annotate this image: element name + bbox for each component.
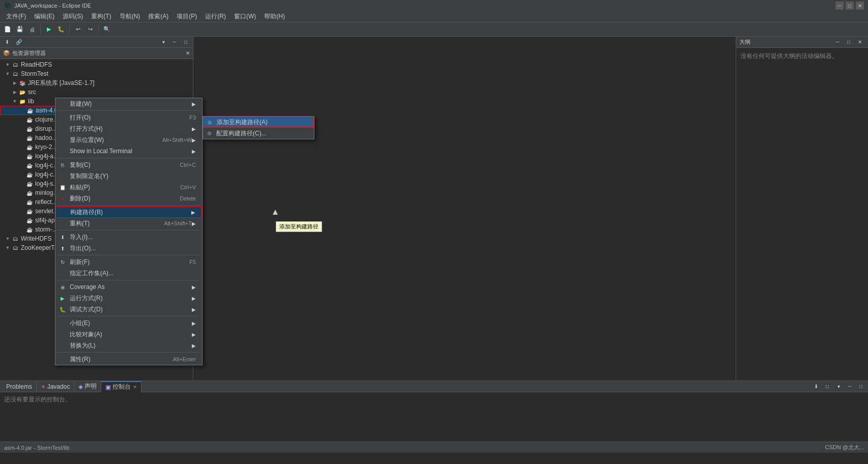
run-button[interactable]: ▶	[43, 24, 54, 35]
panel-maximize-btn[interactable]: □	[181, 38, 191, 47]
ctx-export-label: 导出(O)...	[70, 244, 196, 253]
ctx-copy-qualified[interactable]: 复制限定名(Y)	[55, 170, 202, 182]
status-bar: asm-4.0.jar - StormTest/lib CSDN @北大...	[0, 442, 868, 453]
menu-project[interactable]: 项目(P)	[172, 11, 201, 22]
bottom-maximize-btn[interactable]: □	[856, 382, 866, 391]
panel-minimize-btn[interactable]: ─	[169, 38, 180, 47]
maximize-button[interactable]: □	[846, 2, 854, 10]
menu-file[interactable]: 文件(F)	[2, 11, 30, 22]
ctx-run-arrow: ▶	[192, 296, 196, 301]
ctx-show-location-label: 显示位置(W)	[70, 136, 152, 144]
panel-menu-btn[interactable]: ▾	[158, 38, 168, 47]
close-icon[interactable]: ✕	[186, 50, 190, 56]
menu-run[interactable]: 运行(R)	[201, 11, 230, 22]
menu-edit[interactable]: 编辑(E)	[30, 11, 59, 22]
debug-button[interactable]: 🐛	[55, 24, 67, 35]
jar-icon: ☕	[25, 161, 34, 169]
bottom-right-btn2[interactable]: □	[822, 382, 832, 391]
submenu-add-build-path[interactable]: ⊞ 添加至构建路径(A)	[203, 117, 314, 128]
tab-console[interactable]: ▣ 控制台 ✕	[101, 381, 141, 392]
tab-javadoc-label: Javadoc	[47, 383, 70, 390]
coverage-icon: ◉	[59, 283, 67, 291]
ctx-import[interactable]: ⬇ 导入(I)...	[55, 231, 202, 243]
tab-declaration[interactable]: ◈ 声明	[74, 381, 101, 392]
ctx-refactor[interactable]: 重构(T) Alt+Shift+T ▶	[55, 218, 202, 229]
ctx-sep-8	[57, 352, 200, 353]
collapse-all-btn[interactable]: ⬇	[2, 38, 12, 47]
menu-refactor[interactable]: 重构(T)	[87, 11, 115, 22]
panel-controls: ▾ ─ □	[158, 38, 191, 47]
ctx-export[interactable]: ⬆ 导出(O)...	[55, 243, 202, 254]
bottom-right-btn3[interactable]: ▾	[833, 382, 844, 391]
menu-search[interactable]: 搜索(A)	[144, 11, 172, 22]
bottom-tabs: Problems ⚬ Javadoc ◈ 声明 ▣ 控制台 ✕ ⬇ □ ▾ ─ …	[0, 381, 868, 392]
tree-item-stormtest[interactable]: ▼ StormTest	[0, 69, 193, 78]
ctx-show-terminal-label: Show in Local Terminal	[70, 148, 192, 155]
menu-help[interactable]: 帮助(H)	[260, 11, 289, 22]
tree-item-readhdfs[interactable]: ▼ ReadHDFS	[0, 60, 193, 69]
ctx-coverage[interactable]: ◉ Coverage As ▶	[55, 281, 202, 293]
ctx-open[interactable]: 打开(O) F3	[55, 112, 202, 123]
submenu-config-build-path-label: 配置构建路径(C)...	[216, 129, 309, 138]
outline-content: 没有任何可提供大纲的活动编辑器。	[736, 48, 868, 65]
tab-javadoc[interactable]: ⚬ Javadoc	[37, 381, 75, 392]
new-button[interactable]: 📄	[2, 24, 13, 35]
ctx-run[interactable]: ▶ 运行方式(R) ▶	[55, 293, 202, 304]
ctx-replace[interactable]: 替换为(L) ▶	[55, 340, 202, 351]
bottom-minimize-btn[interactable]: ─	[845, 382, 855, 391]
tree-label: ReadHDFS	[21, 61, 52, 68]
toolbar-btn-4[interactable]: ↪	[84, 24, 96, 35]
ctx-refactor-arrow: ▶	[192, 221, 196, 226]
toolbar-btn-3[interactable]: ↩	[72, 24, 83, 35]
ctx-working-set[interactable]: 指定工作集(A)...	[55, 268, 202, 279]
jar-icon: ☕	[25, 216, 34, 224]
tree-label: StormTest	[21, 70, 48, 77]
console-close-btn[interactable]: ✕	[133, 384, 137, 390]
menu-navigate[interactable]: 导航(N)	[115, 11, 144, 22]
ctx-open-label: 打开(O)	[70, 113, 179, 122]
link-editor-btn[interactable]: 🔗	[14, 38, 24, 47]
print-button[interactable]: 🖨	[26, 24, 38, 35]
ctx-compare[interactable]: 比较对象(A) ▶	[55, 329, 202, 340]
ctx-new[interactable]: 新建(W) ▶	[55, 98, 202, 109]
ctx-sep-1	[57, 110, 200, 111]
menu-source[interactable]: 源码(S)	[59, 11, 87, 22]
tree-item-jre[interactable]: ▶ 📚 JRE系统库 [JavaSE-1.7]	[0, 78, 193, 88]
ctx-delete[interactable]: ✕ 删除(D) Delete	[55, 193, 202, 204]
ctx-copy[interactable]: ⎘ 复制(C) Ctrl+C	[55, 159, 202, 170]
save-button[interactable]: 💾	[14, 24, 25, 35]
ctx-debug[interactable]: 🐛 调试方式(D) ▶	[55, 304, 202, 315]
ctx-sep-6	[57, 280, 200, 280]
ctx-paste[interactable]: 📋 粘贴(P) Ctrl+V	[55, 182, 202, 193]
bottom-right-btn1[interactable]: ⬇	[811, 382, 821, 391]
minimize-button[interactable]: ─	[835, 2, 844, 10]
submenu-config-build-path[interactable]: ⚙ 配置构建路径(C)...	[203, 128, 314, 139]
tree-label: ZooKeeperT...	[21, 244, 59, 251]
outline-title: 大纲	[739, 38, 750, 46]
close-button[interactable]: ✕	[856, 2, 864, 10]
run-icon: ▶	[59, 294, 67, 302]
tree-item-src[interactable]: ▶ 📂 src	[0, 88, 193, 97]
ctx-properties[interactable]: 属性(R) Alt+Enter	[55, 354, 202, 365]
search-btn[interactable]: 🔍	[101, 24, 112, 35]
ctx-team[interactable]: 小组(E) ▶	[55, 317, 202, 329]
package-explorer-close[interactable]: ✕	[186, 50, 190, 56]
ctx-open-shortcut: F3	[189, 114, 196, 121]
outline-minimize-btn[interactable]: ─	[832, 38, 843, 47]
ctx-refresh[interactable]: ↻ 刷新(F) F5	[55, 256, 202, 268]
ctx-build-path[interactable]: 构建路径(B) ▶	[55, 207, 202, 218]
outline-maximize-btn[interactable]: □	[844, 38, 854, 47]
jar-icon: ☕	[26, 106, 34, 114]
menu-window[interactable]: 窗口(W)	[230, 11, 260, 22]
title-bar-controls: ─ □ ✕	[835, 2, 864, 10]
ctx-open-with[interactable]: 打开方式(H) ▶	[55, 123, 202, 134]
tab-declaration-label: 声明	[84, 382, 97, 391]
ctx-show-location[interactable]: 显示位置(W) Alt+Shift+W ▶	[55, 134, 202, 146]
ctx-coverage-label: Coverage As	[70, 283, 192, 291]
ctx-new-label: 新建(W)	[70, 100, 192, 108]
outline-close-btn[interactable]: ✕	[855, 38, 865, 47]
jar-icon: ☕	[25, 125, 34, 133]
tab-problems[interactable]: Problems	[2, 381, 37, 392]
outline-controls: ─ □ ✕	[832, 38, 865, 47]
ctx-show-terminal[interactable]: Show in Local Terminal ▶	[55, 146, 202, 157]
